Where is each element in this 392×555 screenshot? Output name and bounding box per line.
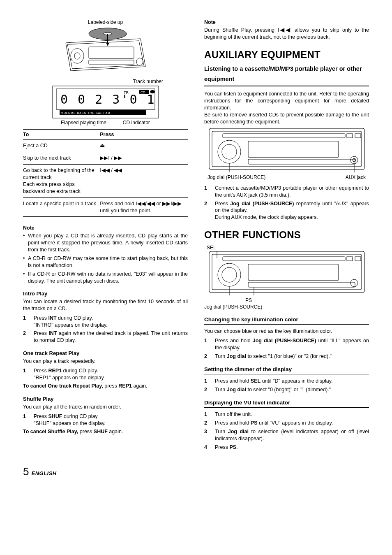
notes-list: When you play a CD that is already inser…: [23, 232, 188, 284]
table-row: Eject a CD ⏏: [23, 140, 188, 152]
list-item: 1 Press INT during CD play."INTRO" appea…: [23, 315, 188, 329]
dimmer-heading: Setting the dimmer of the display: [204, 366, 369, 374]
aux-subheading: Listening to a cassette/MD/MP3 portable …: [204, 64, 369, 86]
vu-heading: Displaying the VU level indicator: [204, 399, 369, 408]
shuffle-play-lead: You can play all the tracks in random or…: [23, 404, 188, 411]
table-row: Skip to the next track ▶▶I / ▶▶: [23, 152, 188, 165]
illumination-lead: You can choose blue or red as the key il…: [204, 328, 369, 335]
shuffle-play-heading: Shuffle Play: [23, 395, 188, 403]
svg-rect-29: [209, 251, 364, 293]
note-heading: Note: [23, 225, 188, 232]
list-item: 1 Press REP1 during CD play."REP1" appea…: [23, 367, 188, 381]
list-item: If a CD-R or CD-RW with no data is inser…: [28, 271, 188, 285]
lcd-display: 0 0 2 3'0 1 TR CD VOLUME BASS TRE BAL FA…: [52, 86, 159, 118]
table-header-to: To: [23, 129, 100, 140]
other-functions-title: OTHER FUNCTIONS: [204, 228, 369, 242]
svg-rect-16: [209, 128, 364, 170]
list-item: 4Press PS.: [204, 444, 369, 451]
car-stereo-front-illustration: [209, 128, 365, 173]
repeat-play-lead: You can play a track repeatedly.: [23, 358, 188, 365]
aux-jack-label: AUX jack: [346, 174, 366, 181]
svg-text:CD: CD: [141, 91, 145, 94]
list-item: When you play a CD that is already inser…: [28, 232, 188, 253]
cd-insert-figure: Labeled-side up: [23, 19, 188, 76]
list-item: 1Turn off the unit.: [204, 411, 369, 418]
ps-label: PS: [204, 297, 369, 304]
list-item: 1Press and hold SEL until "D" appears in…: [204, 378, 369, 385]
aux-equipment-title: AUXILIARY EQUIPMENT: [204, 48, 369, 61]
illumination-heading: Changing the key illumination color: [204, 316, 369, 325]
svg-text:VOLUME  BASS  TRE  BAL  FAD: VOLUME BASS TRE BAL FAD: [61, 111, 110, 114]
sel-label: SEL: [204, 244, 369, 251]
list-item: 2Press and hold PS until "VU" appears in…: [204, 420, 369, 427]
svg-text:TR: TR: [124, 91, 129, 95]
cd-indicator-caption: CD indicator: [123, 119, 150, 126]
list-item: 1 Press SHUF during CD play."SHUF" appea…: [23, 413, 188, 427]
jog-dial-label: Jog dial (PUSH-SOURCE): [208, 174, 265, 181]
table-header-press: Press: [100, 129, 188, 140]
svg-text:0 0 2 3'0 1: 0 0 2 3'0 1: [60, 92, 156, 107]
labeled-side-up-caption: Labeled-side up: [23, 19, 188, 26]
list-item: 2 Press INT again when the desired track…: [23, 330, 188, 344]
jog-dial-label-2: Jog dial (PUSH-SOURCE): [204, 304, 369, 310]
car-stereo-illustration: [58, 26, 153, 76]
shuffle-note-body: During Shuffle Play, pressing I◀◀ allows…: [204, 27, 369, 41]
table-row: Locate a specific point in a track Press…: [23, 197, 188, 217]
prev-track-icon: I◀◀: [277, 27, 292, 33]
svg-point-13: [150, 90, 155, 93]
table-row: Go back to the beginning of the current …: [23, 165, 188, 198]
track-number-caption: Track number: [23, 78, 188, 85]
operations-table: To Press Eject a CD ⏏ Skip to the next t…: [23, 129, 188, 218]
list-item: 2Turn Jog dial to select "0 (bright)" or…: [204, 386, 369, 393]
intro-play-heading: Intro Play: [23, 290, 188, 297]
repeat-play-heading: One track Repeat Play: [23, 350, 188, 357]
list-item: 3Turn Jog dial to selection (level indic…: [204, 428, 369, 442]
lcd-figure: Track number 0 0 2 3'0 1 TR CD VOLUME BA…: [23, 78, 188, 126]
note-heading: Note: [204, 19, 369, 26]
car-stereo-front-illustration-2: [209, 251, 365, 296]
list-item: A CD-R or CD-RW may take some time to st…: [28, 255, 188, 269]
language-label: ENGLISH: [31, 470, 56, 477]
aux-body: You can listen to equipment connected to…: [204, 91, 369, 125]
list-item: 1 Connect a cassette/MD/MP3 portable pla…: [204, 185, 369, 199]
page-footer: 5 ENGLISH: [23, 464, 369, 479]
shuffle-cancel: To cancel Shuffle Play, press SHUF again…: [23, 428, 188, 435]
list-item: 2Turn Jog dial to select "1 (for blue)" …: [204, 353, 369, 360]
repeat-cancel: To cancel One track Repeat Play, press R…: [23, 383, 188, 390]
list-item: 1Press and hold Jog dial (PUSH-SOURCE) u…: [204, 337, 369, 351]
elapsed-time-caption: Elapsed playing time: [61, 119, 106, 126]
list-item: 2 Press Jog dial (PUSH-SOURCE) repeatedl…: [204, 200, 369, 221]
intro-play-lead: You can locate a desired track by monito…: [23, 298, 188, 312]
page-number: 5: [23, 464, 29, 479]
